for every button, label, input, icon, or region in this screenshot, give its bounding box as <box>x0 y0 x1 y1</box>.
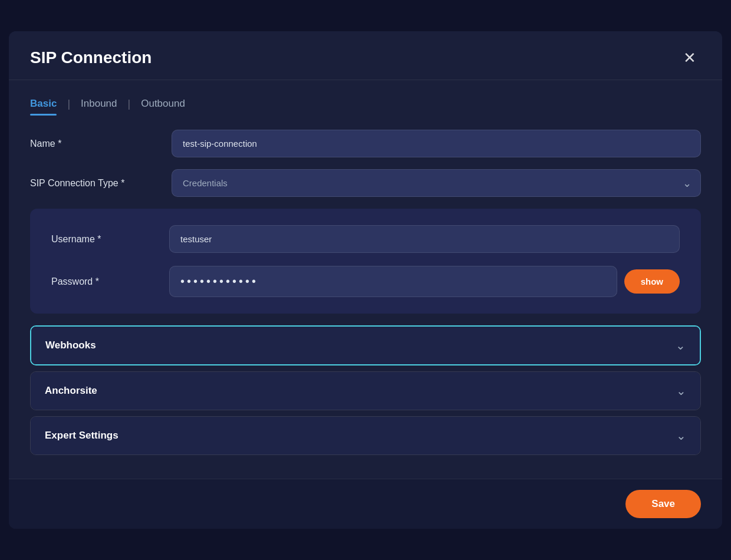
username-label: Username * <box>51 234 169 245</box>
name-input[interactable] <box>172 130 701 157</box>
save-button[interactable]: Save <box>625 490 701 518</box>
password-wrapper: show <box>169 266 680 297</box>
credentials-box: Username * Password * show <box>30 209 701 314</box>
accordion-webhooks-header[interactable]: Webhooks ⌄ <box>31 327 700 364</box>
accordion-expert-settings-header[interactable]: Expert Settings ⌄ <box>31 417 700 454</box>
tab-basic[interactable]: Basic <box>30 94 57 113</box>
accordion-anchorsite: Anchorsite ⌄ <box>30 371 701 410</box>
close-button[interactable]: ✕ <box>679 48 701 68</box>
sip-type-label: SIP Connection Type * <box>30 178 172 189</box>
accordion-webhooks-chevron-icon: ⌄ <box>676 338 686 353</box>
sip-type-select[interactable]: Credentials IP Digest <box>172 169 701 197</box>
username-row: Username * <box>51 225 680 253</box>
name-label: Name * <box>30 139 172 149</box>
sip-connection-modal: SIP Connection ✕ Basic | Inbound | Outbo… <box>9 31 722 529</box>
accordion-webhooks-title: Webhooks <box>45 340 96 351</box>
accordion-expert-settings: Expert Settings ⌄ <box>30 416 701 455</box>
tabs-container: Basic | Inbound | Outbound <box>30 94 701 113</box>
modal-title: SIP Connection <box>30 48 152 67</box>
tab-divider-1: | <box>67 98 70 110</box>
accordion-anchorsite-title: Anchorsite <box>45 385 97 397</box>
password-input[interactable] <box>169 266 617 297</box>
sip-type-row: SIP Connection Type * Credentials IP Dig… <box>30 169 701 197</box>
modal-body: Basic | Inbound | Outbound Name * SIP Co… <box>9 80 722 479</box>
accordion-expert-settings-title: Expert Settings <box>45 430 118 442</box>
password-label: Password * <box>51 276 169 287</box>
username-input[interactable] <box>169 225 680 253</box>
password-row: Password * show <box>51 266 680 297</box>
modal-header: SIP Connection ✕ <box>9 31 722 80</box>
name-row: Name * <box>30 130 701 157</box>
tab-outbound[interactable]: Outbound <box>141 94 185 113</box>
accordion-webhooks: Webhooks ⌄ <box>30 325 701 365</box>
show-password-button[interactable]: show <box>624 269 680 294</box>
tab-inbound[interactable]: Inbound <box>81 94 117 113</box>
modal-footer: Save <box>9 479 722 529</box>
sip-type-select-wrapper: Credentials IP Digest ⌄ <box>172 169 701 197</box>
accordion-expert-settings-chevron-icon: ⌄ <box>676 429 686 443</box>
tab-divider-2: | <box>128 98 131 110</box>
modal-overlay: SIP Connection ✕ Basic | Inbound | Outbo… <box>0 0 731 560</box>
accordion-anchorsite-header[interactable]: Anchorsite ⌄ <box>31 372 700 410</box>
accordion-anchorsite-chevron-icon: ⌄ <box>676 384 686 398</box>
